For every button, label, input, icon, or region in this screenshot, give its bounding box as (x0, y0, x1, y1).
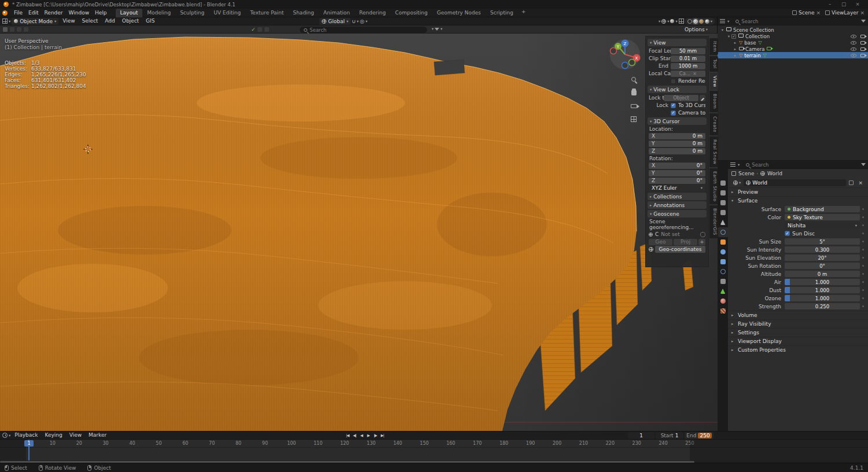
geo-coordinates-button[interactable]: Geo-coordinates (655, 246, 705, 253)
decorator-dot[interactable] (860, 208, 866, 210)
geo-button[interactable]: Geo (649, 239, 672, 245)
workspace-tab-rendering[interactable]: Rendering (355, 9, 391, 17)
zoom-icon[interactable] (630, 75, 638, 83)
decorator-dot[interactable] (860, 233, 866, 234)
clip-start-field[interactable]: 0.01 m (671, 56, 705, 62)
workspace-tab-compositing[interactable]: Compositing (391, 9, 432, 17)
workspace-tab-animation[interactable]: Animation (319, 9, 355, 17)
snap-magnet-icon[interactable]: ∪ (352, 19, 356, 24)
npanel-tab-real-snow[interactable]: Real Snow (709, 137, 718, 167)
properties-search[interactable] (742, 161, 859, 168)
viewport-menu-view[interactable]: View (60, 17, 78, 25)
local-camera-field[interactable]: Ca...× (671, 71, 705, 77)
properties-tab-render[interactable] (718, 188, 728, 198)
workspace-tab-uv-editing[interactable]: UV Editing (209, 9, 245, 17)
decorator-dot[interactable] (860, 297, 866, 299)
play-reverse-button[interactable]: ◀ (358, 433, 365, 438)
editor-type-chevron-icon[interactable]: ▾ (9, 19, 10, 24)
filter-funnel-icon[interactable] (435, 28, 439, 31)
camera-to-view-checkbox[interactable]: ✓ (671, 110, 676, 116)
cursor-location-z-field[interactable]: Z0 m (649, 148, 705, 154)
world-name-field[interactable]: World (744, 179, 846, 186)
filter-chevron-icon[interactable]: ▾ (432, 27, 433, 31)
properties-tab-physics[interactable] (718, 267, 728, 276)
hide-in-viewport-icon[interactable] (851, 54, 856, 57)
editor-type-chevron-icon[interactable]: ▾ (727, 19, 729, 24)
decorator-dot[interactable] (860, 249, 866, 250)
ozone-field[interactable]: 1.000 (785, 295, 860, 301)
select-lasso-icon[interactable] (23, 27, 29, 32)
menu-help[interactable]: Help (92, 10, 110, 16)
frame-start-field[interactable]: Start1 (656, 432, 683, 439)
filter-funnel-icon[interactable] (861, 163, 866, 166)
new-world-button[interactable] (847, 179, 855, 186)
cursor-rotation-x-field[interactable]: X0° (649, 163, 705, 169)
gizmos-icon[interactable] (661, 19, 666, 24)
properties-tab-texture[interactable] (718, 306, 728, 316)
shading-wireframe-icon[interactable] (687, 19, 692, 24)
sun-elevation-field[interactable]: 20° (785, 255, 860, 261)
properties-editor-icon[interactable] (730, 162, 735, 167)
timeline-menu-marker[interactable]: Marker (86, 431, 109, 440)
viewport-menu-select[interactable]: Select (79, 17, 101, 25)
jump-to-end-button[interactable]: ▶| (379, 433, 385, 438)
frame-end-field[interactable]: End250 (685, 432, 713, 439)
npanel-tab-item[interactable]: Item (709, 38, 718, 55)
unlink-world-button[interactable]: × (856, 179, 865, 186)
gear-icon[interactable] (700, 232, 705, 237)
gizmo-y-label[interactable]: Y (616, 45, 620, 49)
collection-checkbox[interactable]: ✓ (731, 34, 736, 39)
outliner-row-collection[interactable]: ▾✓Collection (718, 33, 868, 39)
tool-option-icon[interactable] (257, 27, 263, 32)
workspace-tab-shading[interactable]: Shading (288, 9, 319, 17)
minimize-button[interactable]: – (823, 0, 837, 9)
panel-header-ray-visibility[interactable]: ▸Ray Visibility (728, 319, 868, 328)
sun-disc-checkbox[interactable]: ✓ (785, 231, 790, 236)
disable-in-renders-icon[interactable] (860, 35, 865, 38)
disable-in-renders-icon[interactable] (860, 41, 865, 45)
sky-type-dropdown[interactable]: Nishita▾ (785, 222, 860, 228)
remove-view-layer-icon[interactable]: × (860, 10, 865, 16)
timeline-menu-playback[interactable]: Playback (12, 431, 41, 440)
camera-view-icon[interactable] (630, 102, 638, 110)
breadcrumb-scene[interactable]: Scene (738, 171, 754, 176)
select-box-icon[interactable] (9, 27, 15, 32)
timeline-editor-icon[interactable] (2, 433, 8, 438)
pan-hand-icon[interactable] (630, 89, 638, 97)
workspace-tab-geometry-nodes[interactable]: Geometry Nodes (432, 9, 486, 17)
workspace-tab-sculpting[interactable]: Sculpting (175, 9, 209, 17)
disable-in-renders-icon[interactable] (860, 54, 865, 57)
rotation-order-dropdown[interactable]: XYZ Euler▾ (649, 185, 705, 191)
panel-header-geoscene[interactable]: ▾ Geoscene (648, 210, 707, 217)
panel-header-custom-properties[interactable]: ▸Custom Properties (728, 345, 868, 354)
npanel-tab-tool[interactable]: Tool (709, 56, 718, 72)
properties-tab-view-layer[interactable] (718, 208, 728, 217)
hide-in-viewport-icon[interactable] (851, 35, 856, 38)
previous-keyframe-button[interactable]: ◀| (351, 433, 358, 438)
lock-to-object-field[interactable]: Object (664, 95, 698, 101)
panel-header-surface[interactable]: ▾ Surface (728, 196, 868, 205)
editor-type-icon[interactable] (2, 19, 8, 24)
viewport-menu-object[interactable]: Object (119, 17, 142, 25)
npanel-tab-create[interactable]: Create (709, 113, 718, 135)
close-button[interactable]: × (851, 0, 865, 9)
proj-button[interactable]: Proj (674, 239, 697, 245)
blender-menu-icon[interactable] (2, 10, 8, 16)
panel-header-volume[interactable]: ▸Volume (728, 311, 868, 319)
breadcrumb-world[interactable]: World (767, 171, 782, 176)
mode-dropdown[interactable]: Object Mode ▾ (12, 18, 58, 25)
outliner-row-scene-collection[interactable]: ▾Scene Collection (718, 27, 868, 33)
ortho-toggle-icon[interactable] (630, 115, 638, 123)
properties-tab-material[interactable] (718, 296, 728, 306)
panel-header-3d-cursor[interactable]: ▾ 3D Cursor (648, 117, 707, 125)
expander-icon[interactable]: ▸ (733, 40, 738, 45)
decorator-dot[interactable] (860, 273, 866, 275)
gizmo-z-label[interactable]: Z (624, 42, 627, 46)
to-3d-cursor-checkbox[interactable]: ✓ (671, 103, 676, 108)
render-region-checkbox[interactable] (671, 79, 676, 84)
expander-icon[interactable]: ▾ (720, 28, 725, 32)
overlays-icon[interactable] (670, 19, 674, 23)
expander-icon[interactable]: ▸ (733, 47, 738, 51)
viewport-canvas[interactable] (0, 34, 718, 431)
dust-field[interactable]: 1.000 (785, 287, 860, 293)
